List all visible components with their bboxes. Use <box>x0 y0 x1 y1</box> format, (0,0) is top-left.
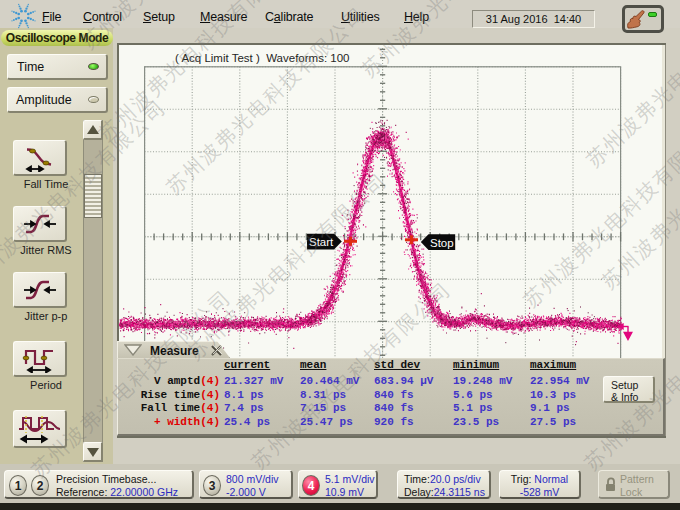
svg-text:Stop: Stop <box>430 237 454 249</box>
svg-text:Start: Start <box>309 236 334 248</box>
